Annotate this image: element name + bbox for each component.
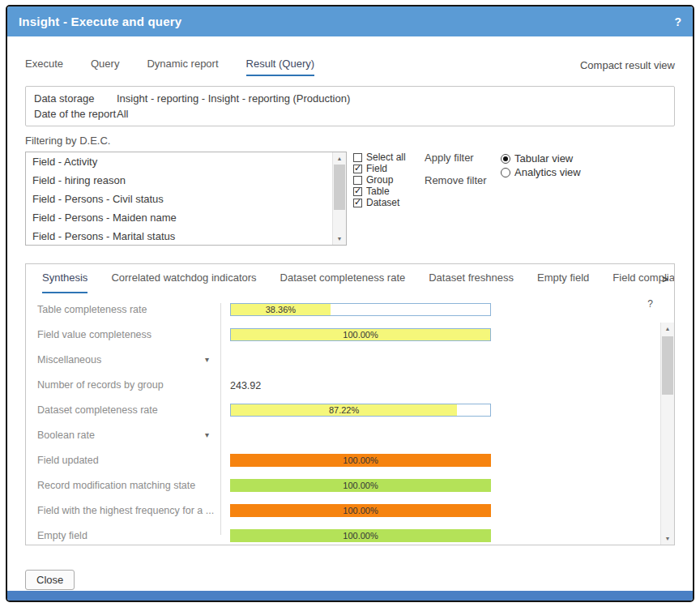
- report-date-value: All: [117, 106, 128, 122]
- close-button[interactable]: Close: [25, 570, 75, 590]
- metric-label: Table completeness rate: [26, 304, 220, 315]
- filter-actions-column: Apply filter Remove filter: [425, 152, 476, 197]
- help-icon[interactable]: ?: [674, 15, 681, 28]
- scroll-up-icon[interactable]: ▲: [661, 323, 674, 335]
- metric-label: Empty field: [26, 530, 220, 541]
- checkbox-label: Group: [366, 174, 393, 186]
- insight-dialog: Insight - Execute and query ? Execute Qu…: [6, 5, 694, 602]
- tab-correlated-watchdog-indicators[interactable]: Correlated watchdog indicators: [111, 271, 256, 293]
- dialog-content: Execute Query Dynamic report Result (Que…: [7, 36, 693, 591]
- view-mode-column: Tabular view Analytics view: [501, 152, 581, 179]
- radio-label: Tabular view: [514, 152, 573, 165]
- checkbox-table[interactable]: Table: [353, 186, 407, 197]
- data-storage-row: Data storage Insight - reporting - Insig…: [34, 91, 666, 106]
- tab-dynamic-report[interactable]: Dynamic report: [147, 58, 218, 76]
- checkbox-group[interactable]: Group: [353, 174, 407, 186]
- group-label: Miscellaneous: [37, 354, 101, 365]
- data-storage-label: Data storage: [34, 91, 117, 106]
- metric-row: Number of records by group 243.92: [26, 372, 660, 397]
- compact-result-view-link[interactable]: Compact result view: [580, 59, 675, 76]
- metric-row: Table completeness rate 38.36%: [26, 297, 660, 322]
- tab-dataset-freshness[interactable]: Dataset freshness: [429, 271, 514, 293]
- checkbox-dataset[interactable]: Dataset: [353, 197, 407, 208]
- metric-value: 100.00%: [343, 455, 378, 465]
- scroll-thumb[interactable]: [662, 336, 673, 395]
- scroll-thumb[interactable]: [334, 165, 345, 210]
- checkbox-field[interactable]: Field: [353, 163, 407, 174]
- tab-synthesis[interactable]: Synthesis: [42, 271, 88, 293]
- chevron-down-icon[interactable]: ▾: [205, 355, 209, 364]
- apply-filter-button[interactable]: Apply filter: [425, 152, 476, 164]
- metric-bar: 100.00%: [230, 504, 491, 517]
- filter-checkbox-column: Select all Field Group Table Dataset: [353, 152, 407, 208]
- dec-list-item[interactable]: Field - Persons - Marital status: [26, 227, 332, 246]
- report-date-label: Date of the report: [34, 106, 117, 122]
- metric-value: 100.00%: [343, 481, 378, 490]
- checkbox-icon: [353, 153, 362, 162]
- metric-label: Dataset completeness rate: [26, 404, 220, 416]
- metric-value: 100.00%: [343, 330, 378, 340]
- scroll-down-icon[interactable]: ▼: [333, 233, 346, 245]
- radio-icon: [501, 168, 510, 177]
- metric-label: Record modification matching state: [26, 480, 220, 491]
- checkbox-label: Select all: [366, 152, 406, 163]
- tab-query[interactable]: Query: [91, 58, 119, 76]
- report-date-row: Date of the report All: [34, 106, 666, 122]
- scroll-up-icon[interactable]: ▲: [333, 152, 346, 165]
- metric-row: Empty field 100.00%: [26, 523, 660, 545]
- metric-row: Record modification matching state 100.0…: [26, 472, 660, 498]
- tab-result-query[interactable]: Result (Query): [246, 58, 315, 76]
- tab-dataset-completeness-rate[interactable]: Dataset completeness rate: [280, 271, 406, 293]
- result-panel: Synthesis Correlated watchdog indicators…: [25, 263, 675, 545]
- group-row: Boolean rate ▾: [26, 422, 660, 447]
- group-label: Boolean rate: [37, 430, 95, 441]
- metric-row: Field updated 100.00%: [26, 447, 660, 472]
- data-storage-value: Insight - reporting - Insight - reportin…: [117, 91, 350, 106]
- list-scrollbar[interactable]: ▲ ▼: [332, 152, 346, 245]
- metric-row: Field value completeness 100.00%: [26, 322, 660, 347]
- dec-list-item[interactable]: Field - hiring reason: [26, 171, 332, 190]
- chevron-down-icon[interactable]: ▾: [205, 430, 209, 439]
- tab-empty-field[interactable]: Empty field: [537, 271, 589, 293]
- checkbox-icon: [353, 176, 362, 185]
- metric-value: 38.36%: [266, 305, 296, 314]
- checkbox-select-all[interactable]: Select all: [353, 152, 407, 163]
- checkbox-label: Table: [366, 186, 390, 197]
- filter-area: Field - Activity Field - hiring reason F…: [25, 152, 675, 246]
- tab-execute[interactable]: Execute: [25, 58, 63, 76]
- metric-bar: 100.00%: [230, 328, 491, 341]
- radio-tabular-view[interactable]: Tabular view: [501, 152, 581, 165]
- metric-bar: 100.00%: [230, 479, 491, 492]
- dialog-title: Insight - Execute and query: [19, 15, 181, 28]
- dec-list-item[interactable]: Field - Activity: [26, 152, 332, 171]
- metric-label: Field value completeness: [26, 329, 220, 340]
- dec-list-item[interactable]: Field - Persons - Maiden name: [26, 208, 332, 227]
- dec-listbox[interactable]: Field - Activity Field - hiring reason F…: [25, 152, 347, 246]
- metric-bar: 87.22%: [230, 404, 491, 417]
- metric-value: 87.22%: [329, 405, 359, 415]
- result-tabbar: Synthesis Correlated watchdog indicators…: [26, 264, 674, 293]
- metric-value: 243.92: [230, 380, 261, 391]
- metric-label: Number of records by group: [26, 379, 220, 391]
- scroll-down-icon[interactable]: ▼: [661, 532, 674, 545]
- remove-filter-button[interactable]: Remove filter: [425, 174, 476, 186]
- metric-bar: 100.00%: [230, 454, 491, 467]
- report-info-box: Data storage Insight - reporting - Insig…: [25, 86, 675, 126]
- dec-list-item[interactable]: Field - Persons - Civil status: [26, 190, 332, 208]
- metric-bar: 38.36%: [230, 303, 491, 316]
- panel-scrollbar[interactable]: ▲ ▼: [660, 323, 674, 545]
- radio-analytics-view[interactable]: Analytics view: [501, 165, 581, 179]
- metric-row: Field with the highest frequency for a .…: [26, 498, 660, 523]
- group-row: Miscellaneous ▾: [26, 347, 660, 372]
- checkbox-icon: [353, 165, 362, 173]
- dialog-titlebar: Insight - Execute and query ?: [7, 6, 693, 36]
- metric-rows: Table completeness rate 38.36% Field val…: [26, 297, 660, 545]
- metric-row: Dataset completeness rate 87.22%: [26, 397, 660, 422]
- metric-value: 100.00%: [343, 531, 378, 541]
- radio-icon: [501, 154, 510, 164]
- bottom-accent-bar: [7, 591, 693, 601]
- metric-bar: 100.00%: [230, 529, 491, 542]
- dec-list: Field - Activity Field - hiring reason F…: [26, 152, 332, 245]
- tab-scroll-next-icon[interactable]: >: [659, 273, 671, 285]
- synthesis-body: ? Table completeness rate 38.36% Field v…: [26, 293, 674, 545]
